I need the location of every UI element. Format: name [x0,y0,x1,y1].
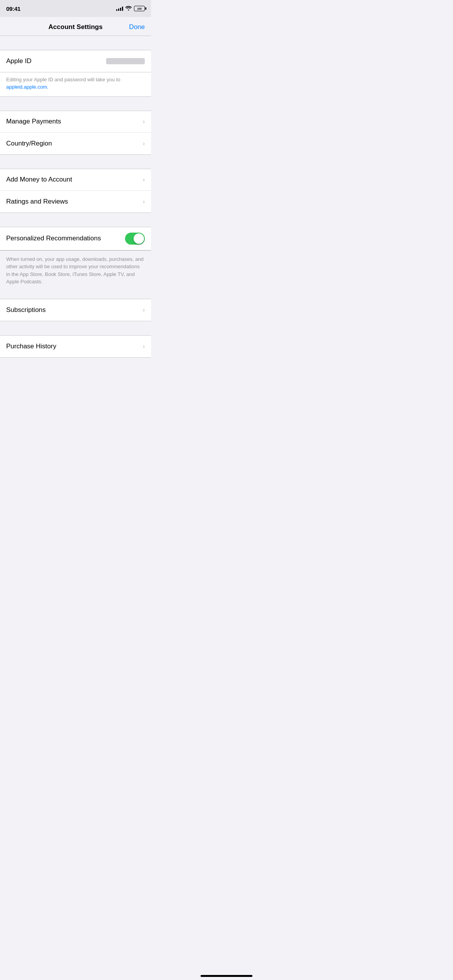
purchase-history-section: Purchase History › [0,335,151,358]
section-gap-2 [0,97,151,111]
chevron-right-icon: › [143,118,145,125]
apple-id-section: Apple ID [0,50,151,72]
personalized-recs-section: Personalized Recommendations [0,227,151,250]
section-gap-1 [0,36,151,50]
nav-bar: Account Settings Done [0,17,151,36]
personalized-recs-row[interactable]: Personalized Recommendations [0,227,151,250]
section-gap-3 [0,155,151,169]
subscriptions-right: › [143,307,145,314]
apple-id-value-container [106,58,145,64]
manage-payments-right: › [143,118,145,125]
status-bar: 09:41 100 [0,0,151,17]
purchase-history-label: Purchase History [6,343,56,350]
subscriptions-label: Subscriptions [6,306,46,314]
status-time: 09:41 [6,5,21,12]
add-money-label: Add Money to Account [6,176,72,183]
apple-id-link[interactable]: appleid.apple.com. [6,84,48,90]
personalized-recs-label: Personalized Recommendations [6,235,101,242]
section-gap-6 [0,321,151,335]
country-region-row[interactable]: Country/Region › [0,133,151,154]
add-money-right: › [143,176,145,183]
subscriptions-section: Subscriptions › [0,299,151,321]
page-title: Account Settings [26,23,125,31]
payments-region-section: Manage Payments › Country/Region › [0,111,151,155]
ratings-reviews-label: Ratings and Reviews [6,198,68,206]
personalized-recs-description-text: When turned on, your app usage, download… [6,255,145,286]
manage-payments-label: Manage Payments [6,118,61,125]
personalized-recs-toggle[interactable] [125,233,145,245]
apple-id-row[interactable]: Apple ID [0,50,151,72]
personalized-recs-toggle-container [125,233,145,245]
signal-icon [116,6,123,11]
manage-payments-row[interactable]: Manage Payments › [0,111,151,133]
toggle-track [125,233,145,245]
chevron-right-icon-2: › [143,140,145,147]
personalized-recs-description: When turned on, your app usage, download… [0,250,151,292]
done-button[interactable]: Done [125,23,145,31]
toggle-thumb [134,233,144,244]
purchase-history-right: › [143,343,145,350]
subscriptions-row[interactable]: Subscriptions › [0,299,151,321]
chevron-right-icon-5: › [143,307,145,314]
ratings-reviews-right: › [143,198,145,205]
apple-id-description-text: Editing your Apple ID and password will … [6,76,145,91]
page: 09:41 100 Account Settings Don [0,0,151,373]
section-gap-4 [0,213,151,227]
chevron-right-icon-3: › [143,176,145,183]
apple-id-label: Apple ID [6,57,31,65]
apple-id-value-redacted [106,58,145,64]
country-region-label: Country/Region [6,140,52,147]
wifi-icon [125,6,132,12]
add-money-row[interactable]: Add Money to Account › [0,169,151,191]
chevron-right-icon-4: › [143,198,145,205]
ratings-reviews-row[interactable]: Ratings and Reviews › [0,191,151,212]
purchase-history-row[interactable]: Purchase History › [0,336,151,357]
money-ratings-section: Add Money to Account › Ratings and Revie… [0,169,151,213]
country-region-right: › [143,140,145,147]
battery-icon: 100 [134,6,145,11]
chevron-right-icon-6: › [143,343,145,350]
section-gap-5 [0,292,151,299]
status-icons: 100 [116,6,145,12]
apple-id-description: Editing your Apple ID and password will … [0,72,151,97]
